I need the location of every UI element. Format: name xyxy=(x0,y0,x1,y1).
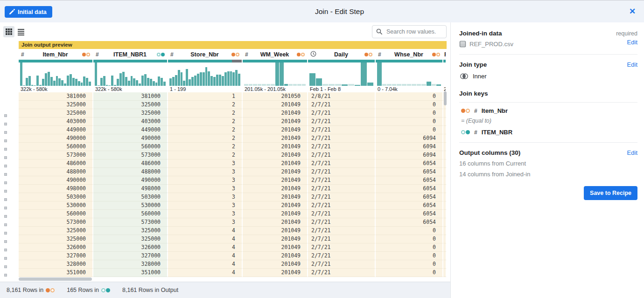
column-histogram[interactable] xyxy=(168,62,242,86)
cell: 573000 xyxy=(19,218,93,227)
cell: 0 xyxy=(376,109,443,118)
join-key-right: # ITEM_NBR xyxy=(461,129,637,136)
cell: 201049 xyxy=(243,143,308,151)
joined-in-data-title: Joined-in data xyxy=(459,30,502,37)
edit-output-columns-link[interactable]: Edit xyxy=(627,149,637,156)
cell: 201049 xyxy=(243,227,308,235)
cell: 2/7/21 xyxy=(308,168,376,176)
table-row: 49800049800032010492/7/216054 xyxy=(19,185,447,193)
cell: 201049 xyxy=(243,151,308,159)
column-histogram[interactable] xyxy=(243,62,307,86)
rows-in-current: 8,161 Rows in xyxy=(7,287,55,293)
cell: 0 xyxy=(376,252,443,260)
cell: 327000 xyxy=(19,252,93,260)
row-marker xyxy=(0,212,19,220)
row-marker xyxy=(0,111,19,119)
row-marker xyxy=(0,161,19,170)
cell: 2 xyxy=(168,118,243,126)
cell: 503000 xyxy=(19,193,93,201)
cell: 503000 xyxy=(93,193,168,201)
column-Item_Nbr[interactable]: #Item_Nbr322k - 580k xyxy=(19,49,93,92)
search-input[interactable] xyxy=(372,25,447,38)
cell: 201049 xyxy=(243,126,308,134)
cell: 6054 xyxy=(376,168,443,176)
column-range-label: 322k - 580k xyxy=(19,86,92,92)
column-histogram[interactable] xyxy=(376,62,442,86)
column-name: ITEM_NBR1 xyxy=(103,51,157,58)
cell-partial xyxy=(443,243,447,252)
inner-join-icon xyxy=(459,73,469,80)
row-marker xyxy=(0,153,19,161)
cell: 2 xyxy=(168,109,243,118)
cell: 2/7/21 xyxy=(308,118,376,126)
table-row: 48600048600032010492/7/216054 xyxy=(19,159,447,168)
column-Daily[interactable]: DailyFeb 1 - Feb 8 xyxy=(308,49,376,92)
cell: 2/7/21 xyxy=(308,126,376,134)
cell: 488000 xyxy=(93,168,168,176)
edit-joined-in-link[interactable]: Edit xyxy=(627,39,637,46)
numeric-type-icon: # xyxy=(96,51,103,58)
cell-partial xyxy=(443,109,447,118)
horizontal-scrollbar[interactable] xyxy=(19,277,92,281)
current-dataset-icon xyxy=(432,53,440,56)
cell: 201049 xyxy=(243,210,308,218)
cell: 328000 xyxy=(93,260,168,269)
cell-partial xyxy=(443,269,447,277)
column-histogram[interactable] xyxy=(19,62,92,86)
join-type-value: Inner xyxy=(459,73,637,80)
table-rows: 38100038100012010502/8/21032500032500022… xyxy=(19,92,447,277)
data-quality-bar xyxy=(19,60,92,62)
column-name: Daily xyxy=(318,51,364,58)
column-range-label: 0 - 7.04k xyxy=(376,86,442,92)
divider xyxy=(459,142,637,143)
row-marker xyxy=(0,229,19,237)
cell: 0 xyxy=(376,269,443,277)
cell: 381000 xyxy=(19,92,93,101)
cell: 351000 xyxy=(19,269,93,277)
row-marker xyxy=(0,245,19,254)
cell: 201049 xyxy=(243,193,308,201)
cell: 6054 xyxy=(376,176,443,185)
column-ITEM_NBR1[interactable]: #ITEM_NBR1322k - 580k xyxy=(93,49,168,92)
cell: 2/7/21 xyxy=(308,201,376,210)
cell: 0 xyxy=(376,92,443,101)
row-marker xyxy=(0,237,19,245)
edit-join-type-link[interactable]: Edit xyxy=(627,61,637,68)
join-config-panel: Joined-in data required REF_PROD.csv Edi… xyxy=(450,22,644,298)
column-Whse_Nbr[interactable]: #Whse_Nbr0 - 7.04k xyxy=(376,49,443,92)
table-row: 35100035100042010492/7/210 xyxy=(19,269,447,277)
cell: 3 xyxy=(168,168,243,176)
column-histogram[interactable] xyxy=(93,62,167,86)
cell: 2/7/21 xyxy=(308,159,376,168)
cell: 201049 xyxy=(243,201,308,210)
joined-dataset-icon xyxy=(461,130,470,134)
cell: 0 xyxy=(376,101,443,109)
table-row: 32600032600042010492/7/210 xyxy=(19,243,447,252)
cell: 0 xyxy=(376,260,443,269)
data-quality-bar xyxy=(93,60,167,62)
join-keys-title: Join keys xyxy=(459,90,488,97)
column-Store_Nbr[interactable]: #Store_Nbr1 - 199 xyxy=(168,49,243,92)
row-marker xyxy=(0,195,19,203)
cell: 449000 xyxy=(19,126,93,134)
column-histogram[interactable] xyxy=(308,62,375,86)
vertical-scrollbar[interactable] xyxy=(444,91,447,105)
cell: 6094 xyxy=(376,143,443,151)
joined-dataset-icon xyxy=(157,53,165,56)
columns-from-joined: 14 columns from Joined-in xyxy=(459,171,637,178)
cell: 3 xyxy=(168,159,243,168)
table-row: 49000049000022010492/7/216094 xyxy=(19,134,447,143)
cell: 325000 xyxy=(93,101,168,109)
cell: 1 xyxy=(168,92,243,101)
column-WM_Week[interactable]: #WM_Week201.05k - 201.05k xyxy=(243,49,308,92)
numeric-type-icon: # xyxy=(474,108,477,114)
list-view-icon[interactable] xyxy=(15,26,27,37)
numeric-type-icon: # xyxy=(21,51,28,58)
cell: 3 xyxy=(168,193,243,201)
cell-partial xyxy=(443,185,447,193)
close-icon[interactable]: ✕ xyxy=(627,7,637,17)
output-columns-title: Output columns (30) xyxy=(459,149,520,156)
save-to-recipe-button[interactable]: Save to Recipe xyxy=(584,186,637,200)
table-row: 40300040300022010492/7/210 xyxy=(19,118,447,126)
grid-view-icon[interactable] xyxy=(3,26,14,37)
